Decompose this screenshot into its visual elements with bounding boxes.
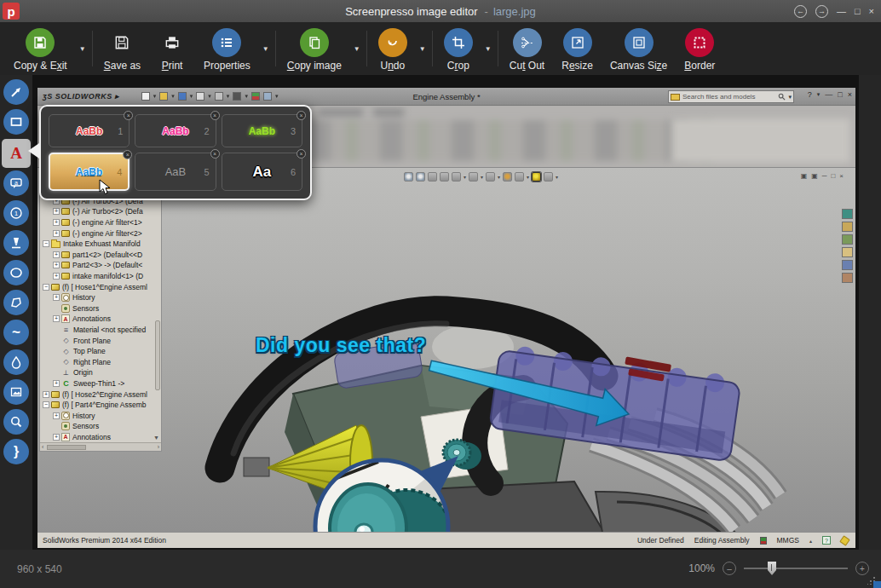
tree-item[interactable]: Sensors xyxy=(40,303,161,314)
border-button[interactable]: Border xyxy=(676,25,723,73)
properties-dropdown[interactable]: ▼ xyxy=(259,45,273,53)
tree-item[interactable]: + (-) Air Turbo<2> (Defa xyxy=(40,206,161,217)
expand-icon[interactable]: − xyxy=(43,401,49,408)
print-button[interactable]: Print xyxy=(149,25,195,73)
ellipse-tool[interactable] xyxy=(3,260,29,285)
tree-item[interactable]: Front Plane xyxy=(40,335,161,346)
text-bubble-tool[interactable]: a xyxy=(3,170,29,196)
cut-out-button[interactable]: Cut Out xyxy=(501,25,553,73)
highlighter-tool[interactable] xyxy=(3,230,29,256)
tree-item[interactable]: − Intake Exhuast Manifold xyxy=(40,239,161,250)
delete-style-icon[interactable]: × xyxy=(297,149,306,159)
sw-search-input[interactable]: Search files and models xyxy=(682,93,775,101)
corner-accent xyxy=(873,581,881,588)
tree-item[interactable]: Material <not specified xyxy=(40,325,161,336)
tree-item[interactable]: + Annotations xyxy=(40,314,161,325)
style-tile-1[interactable]: AaBb 1 × xyxy=(49,114,130,147)
scroll-left-icon[interactable]: ‹ xyxy=(42,444,43,450)
tree-item[interactable]: Right Plane xyxy=(40,356,161,367)
copy-image-button[interactable]: Copy image xyxy=(279,25,350,73)
magnifier-tool[interactable] xyxy=(3,409,29,435)
rectangle-tool[interactable] xyxy=(3,109,29,135)
tree-vertical-scrollbar[interactable] xyxy=(155,320,160,390)
style-tile-2[interactable]: AaBb 2 × xyxy=(135,114,216,147)
canvas-size-button[interactable]: Canvas Size xyxy=(602,25,676,73)
tree-item[interactable]: + (-) engine Air filter<1> xyxy=(40,217,161,228)
tree-item[interactable]: + (f) [ Hose2^Engine Asseml xyxy=(40,389,161,400)
sw-units-label[interactable]: MMGS xyxy=(777,536,799,545)
copy-exit-button[interactable]: Copy & Exit xyxy=(5,25,76,73)
copy-image-dropdown[interactable]: ▼ xyxy=(350,45,364,53)
tree-item[interactable]: + Annotations xyxy=(40,432,161,443)
zoom-slider[interactable] xyxy=(744,568,848,569)
crop-button[interactable]: Crop xyxy=(435,25,481,73)
tree-item[interactable]: Top Plane xyxy=(40,346,161,357)
expand-icon[interactable]: + xyxy=(53,412,60,419)
expand-icon[interactable]: + xyxy=(53,208,60,215)
tree-item[interactable]: − (f) [ Hose1^Engine Asseml xyxy=(40,281,161,292)
arrow-tool[interactable] xyxy=(3,79,29,105)
polygon-tool[interactable] xyxy=(3,290,29,315)
scroll-right-icon[interactable]: › xyxy=(158,444,159,450)
expand-icon[interactable]: − xyxy=(43,284,49,291)
annotation-text[interactable]: Did you see that? xyxy=(256,334,426,357)
crop-dropdown[interactable]: ▼ xyxy=(481,45,495,53)
expand-icon[interactable]: + xyxy=(43,391,49,398)
expand-icon[interactable]: + xyxy=(53,230,60,237)
close-button[interactable]: × xyxy=(869,6,874,16)
brace-tool[interactable]: } xyxy=(3,439,29,464)
delete-style-icon[interactable]: × xyxy=(210,149,220,159)
expand-icon[interactable]: − xyxy=(43,240,49,247)
undo-dropdown[interactable]: ▼ xyxy=(416,45,429,53)
tree-item[interactable]: + History xyxy=(40,292,161,303)
tree-item[interactable]: + (-) engine Air filter<2> xyxy=(40,228,161,239)
tree-item[interactable]: Sensors xyxy=(40,421,161,432)
style-tile-5[interactable]: AaB 5 × xyxy=(135,153,216,191)
style-tile-6[interactable]: Aa 6 × xyxy=(222,153,302,191)
scrollbar-thumb[interactable] xyxy=(47,445,86,450)
expand-icon[interactable]: + xyxy=(53,294,60,301)
expand-icon[interactable]: + xyxy=(53,434,60,441)
tree-item[interactable]: Origin xyxy=(40,367,161,378)
properties-button[interactable]: Properties xyxy=(195,25,259,73)
tree-scroll-down-icon[interactable]: ▼ xyxy=(153,435,159,441)
blur-tool[interactable] xyxy=(3,349,29,375)
tree-item[interactable]: − (f) [ Part4^Engine Assemb xyxy=(40,400,161,411)
delete-style-icon[interactable]: × xyxy=(124,111,133,120)
expand-icon[interactable]: + xyxy=(53,251,60,258)
tree-horizontal-scrollbar[interactable]: ‹ › xyxy=(40,442,161,451)
expand-icon[interactable]: + xyxy=(53,219,60,226)
quick-tips-icon[interactable]: ? xyxy=(822,536,831,545)
tag-icon[interactable] xyxy=(839,535,850,546)
undo-button[interactable]: Undo xyxy=(370,25,416,73)
expand-icon[interactable]: + xyxy=(53,380,60,387)
save-as-button[interactable]: Save as xyxy=(95,25,149,73)
tree-item[interactable]: + History xyxy=(40,410,161,421)
tree-item[interactable]: + Sweep-Thin1 -> xyxy=(40,378,161,389)
delete-style-icon[interactable]: × xyxy=(123,150,132,159)
expand-icon[interactable]: + xyxy=(53,273,60,280)
numbering-tool[interactable]: 1 xyxy=(3,200,29,226)
sw-window-buttons: ? ▾ — □ × xyxy=(808,90,852,99)
minimize-button[interactable]: — xyxy=(837,6,846,16)
style-tile-3[interactable]: AaBb 3 × xyxy=(222,114,302,147)
freehand-tool[interactable]: ~ xyxy=(3,320,29,345)
zoom-in-button[interactable]: + xyxy=(855,562,869,575)
style-tile-4-selected[interactable]: AaBb 4 × xyxy=(49,153,130,191)
tree-item[interactable]: + Part2<3> -> (Default< xyxy=(40,260,161,271)
maximize-button[interactable]: □ xyxy=(855,6,861,16)
expand-icon[interactable]: + xyxy=(53,315,60,322)
resize-button[interactable]: Resize xyxy=(553,25,602,73)
delete-style-icon[interactable]: × xyxy=(210,111,220,120)
copy-exit-dropdown[interactable]: ▼ xyxy=(76,45,89,53)
text-tool[interactable]: A xyxy=(3,141,29,166)
zoom-slider-thumb[interactable] xyxy=(768,562,776,575)
forward-icon[interactable]: → xyxy=(815,5,828,18)
zoom-out-button[interactable]: – xyxy=(723,562,736,575)
back-icon[interactable]: ← xyxy=(794,5,807,18)
tree-item[interactable]: + part1<2> (Default<<D xyxy=(40,250,161,261)
expand-icon[interactable]: + xyxy=(53,262,60,268)
tree-item[interactable]: + intake manifold<1> (D xyxy=(40,271,161,282)
delete-style-icon[interactable]: × xyxy=(297,111,306,120)
image-tool[interactable] xyxy=(3,379,29,405)
